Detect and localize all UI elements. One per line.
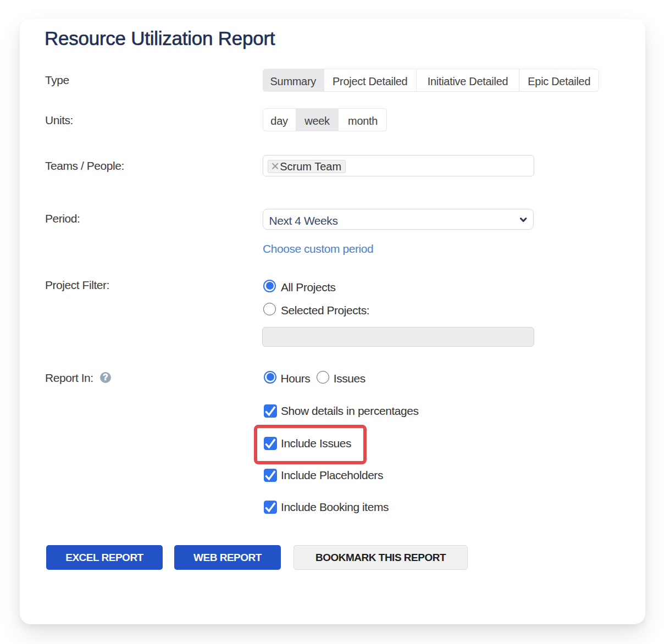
- bookmark-report-button[interactable]: BOOKMARK THIS REPORT: [293, 545, 468, 570]
- include-placeholders-checkbox[interactable]: [264, 469, 277, 482]
- include-issues-label[interactable]: Include Issues: [281, 437, 351, 450]
- team-tag-chip: × Scrum Team: [268, 160, 346, 173]
- all-projects-radio-row: All Projects: [263, 279, 336, 292]
- include-placeholders-row: Include Placeholders: [264, 469, 383, 482]
- include-issues-row: Include Issues: [264, 437, 351, 450]
- include-booking-checkbox[interactable]: [264, 501, 277, 514]
- selected-projects-radio-row: Selected Projects:: [263, 302, 369, 315]
- include-booking-label[interactable]: Include Booking items: [281, 501, 389, 514]
- include-issues-checkbox[interactable]: [264, 437, 277, 450]
- report-settings-card: Resource Utilization Report Type Summary…: [20, 19, 645, 624]
- show-details-row: Show details in percentages: [264, 404, 419, 418]
- teams-people-label: Teams / People:: [45, 159, 124, 173]
- selected-projects-input[interactable]: [262, 327, 534, 347]
- hours-label[interactable]: Hours: [281, 372, 311, 385]
- period-select-value: Next 4 Weeks: [269, 214, 520, 227]
- check-icon: [264, 437, 277, 450]
- type-label: Type: [45, 73, 69, 87]
- teams-people-input[interactable]: × Scrum Team: [263, 155, 534, 176]
- tab-project-detailed[interactable]: Project Detailed: [324, 69, 417, 92]
- period-select[interactable]: Next 4 Weeks: [263, 209, 534, 230]
- include-placeholders-label[interactable]: Include Placeholders: [281, 469, 383, 482]
- web-report-button[interactable]: WEB REPORT: [174, 545, 281, 570]
- issues-label[interactable]: Issues: [334, 372, 365, 385]
- units-label: Units:: [45, 113, 73, 127]
- type-segmented-control: Summary Project Detailed Initiative Deta…: [263, 69, 599, 92]
- page-title: Resource Utilization Report: [45, 27, 275, 50]
- tab-epic-detailed[interactable]: Epic Detailed: [519, 69, 599, 92]
- help-icon[interactable]: ?: [100, 372, 111, 383]
- excel-report-button[interactable]: EXCEL REPORT: [46, 545, 163, 570]
- check-icon: [264, 501, 277, 514]
- radio-dot-icon: [266, 282, 274, 290]
- check-icon: [264, 404, 277, 418]
- report-in-radio-row: Hours Issues: [264, 370, 365, 384]
- selected-projects-radio[interactable]: [263, 303, 276, 315]
- chevron-down-icon: [520, 218, 527, 223]
- choose-custom-period-link[interactable]: Choose custom period: [263, 242, 373, 256]
- remove-tag-icon[interactable]: ×: [271, 163, 279, 169]
- period-label: Period:: [45, 212, 80, 225]
- tab-summary[interactable]: Summary: [263, 69, 324, 92]
- all-projects-label[interactable]: All Projects: [281, 281, 336, 294]
- issues-radio[interactable]: [317, 371, 329, 384]
- radio-dot-icon: [267, 373, 274, 381]
- all-projects-radio[interactable]: [263, 280, 276, 292]
- selected-projects-label[interactable]: Selected Projects:: [281, 304, 369, 317]
- project-filter-label: Project Filter:: [45, 278, 109, 292]
- team-tag-label: Scrum Team: [280, 160, 341, 173]
- show-details-label[interactable]: Show details in percentages: [281, 404, 419, 418]
- report-in-label: Report In:: [45, 371, 93, 385]
- tab-week[interactable]: week: [296, 108, 339, 131]
- tab-initiative-detailed[interactable]: Initiative Detailed: [417, 69, 519, 92]
- show-details-checkbox[interactable]: [264, 404, 277, 418]
- tab-month[interactable]: month: [339, 108, 387, 131]
- tab-day[interactable]: day: [263, 108, 296, 131]
- units-segmented-control: day week month: [263, 108, 387, 131]
- hours-radio[interactable]: [264, 371, 276, 384]
- check-icon: [264, 469, 277, 482]
- include-booking-row: Include Booking items: [264, 501, 389, 514]
